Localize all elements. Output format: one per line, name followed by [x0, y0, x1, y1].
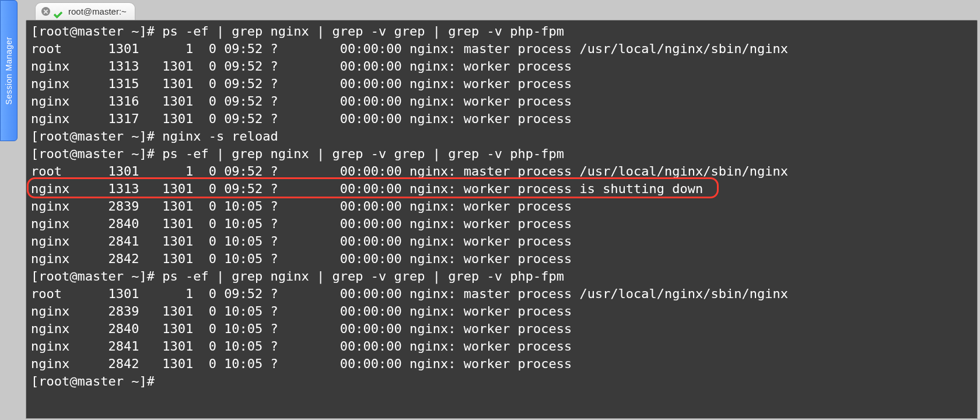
terminal-line: [root@master ~]# ps -ef | grep nginx | g…: [31, 268, 972, 285]
terminal-line: [root@master ~]# ps -ef | grep nginx | g…: [31, 23, 972, 40]
tab-title: root@master:~: [68, 6, 127, 16]
tab-bar: root@master:~: [35, 0, 135, 20]
terminal-line: nginx 1315 1301 0 09:52 ? 00:00:00 nginx…: [31, 75, 972, 93]
terminal-line: nginx 1316 1301 0 09:52 ? 00:00:00 nginx…: [31, 93, 972, 110]
terminal-line: [root@master ~]# nginx -s reload: [31, 128, 972, 145]
terminal-line: [root@master ~]# ps -ef | grep nginx | g…: [31, 145, 972, 163]
terminal-line: nginx 2839 1301 0 10:05 ? 00:00:00 nginx…: [31, 303, 972, 320]
terminal-line: nginx 2840 1301 0 10:05 ? 00:00:00 nginx…: [31, 320, 972, 338]
terminal-line: root 1301 1 0 09:52 ? 00:00:00 nginx: ma…: [31, 285, 972, 303]
terminal-line: root 1301 1 0 09:52 ? 00:00:00 nginx: ma…: [31, 163, 972, 180]
terminal-line: root 1301 1 0 09:52 ? 00:00:00 nginx: ma…: [31, 40, 972, 58]
terminal-tab[interactable]: root@master:~: [35, 2, 135, 20]
terminal-line: nginx 2841 1301 0 10:05 ? 00:00:00 nginx…: [31, 233, 972, 250]
session-manager-tab[interactable]: Session Manager: [0, 0, 18, 141]
terminal-output[interactable]: [root@master ~]# ps -ef | grep nginx | g…: [26, 20, 978, 419]
terminal-line: nginx 1313 1301 0 09:52 ? 00:00:00 nginx…: [31, 180, 972, 198]
terminal-line: nginx 2842 1301 0 10:05 ? 00:00:00 nginx…: [31, 355, 972, 373]
terminal-line: nginx 1317 1301 0 09:52 ? 00:00:00 nginx…: [31, 110, 972, 128]
terminal-line: [root@master ~]#: [31, 373, 972, 390]
terminal-line: nginx 2839 1301 0 10:05 ? 00:00:00 nginx…: [31, 198, 972, 215]
session-manager-label: Session Manager: [4, 37, 13, 104]
terminal-line: nginx 1313 1301 0 09:52 ? 00:00:00 nginx…: [31, 58, 972, 75]
check-icon: [54, 6, 64, 16]
close-icon[interactable]: [41, 7, 50, 16]
terminal-line: nginx 2842 1301 0 10:05 ? 00:00:00 nginx…: [31, 250, 972, 268]
terminal-line: nginx 2840 1301 0 10:05 ? 00:00:00 nginx…: [31, 215, 972, 233]
terminal-line: nginx 2841 1301 0 10:05 ? 00:00:00 nginx…: [31, 338, 972, 355]
